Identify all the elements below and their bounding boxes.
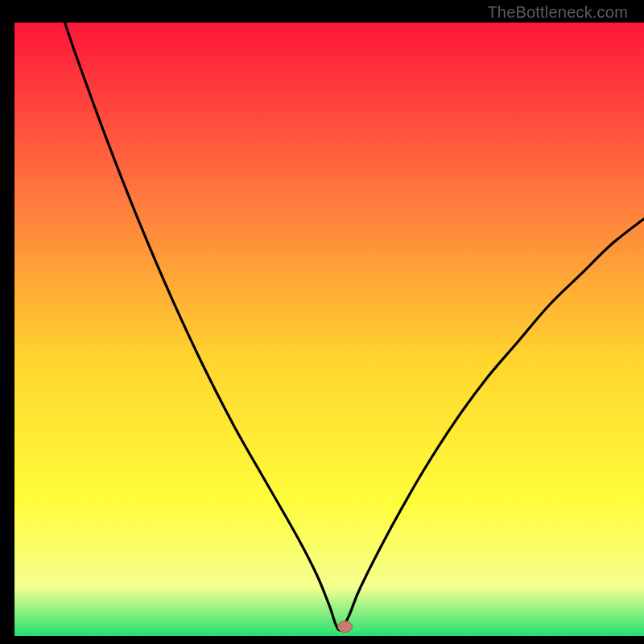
bottleneck-chart [0, 0, 644, 644]
optimum-marker [338, 621, 353, 633]
chart-container: { "watermark": "TheBottleneck.com", "cha… [0, 0, 644, 644]
frame-bottom [0, 636, 644, 644]
watermark-text: TheBottleneck.com [487, 3, 628, 22]
frame-left [0, 0, 14, 644]
plot-background [14, 23, 644, 636]
